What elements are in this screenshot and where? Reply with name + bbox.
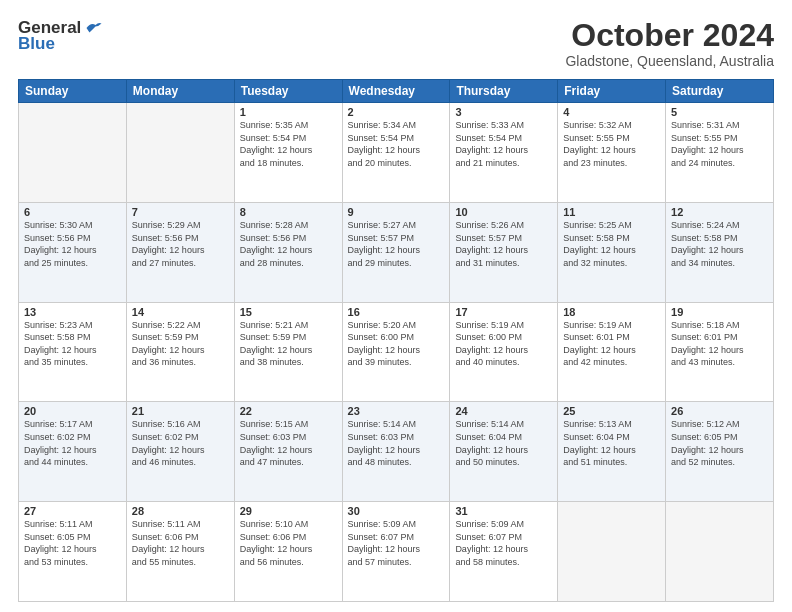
day-info: Sunrise: 5:23 AM Sunset: 5:58 PM Dayligh… — [24, 319, 121, 369]
day-number: 29 — [240, 505, 337, 517]
calendar-cell: 14Sunrise: 5:22 AM Sunset: 5:59 PM Dayli… — [126, 302, 234, 402]
calendar-cell: 1Sunrise: 5:35 AM Sunset: 5:54 PM Daylig… — [234, 103, 342, 203]
day-number: 31 — [455, 505, 552, 517]
calendar-cell: 21Sunrise: 5:16 AM Sunset: 6:02 PM Dayli… — [126, 402, 234, 502]
day-number: 24 — [455, 405, 552, 417]
weekday-header-saturday: Saturday — [666, 80, 774, 103]
calendar-table: SundayMondayTuesdayWednesdayThursdayFrid… — [18, 79, 774, 602]
day-info: Sunrise: 5:25 AM Sunset: 5:58 PM Dayligh… — [563, 219, 660, 269]
day-info: Sunrise: 5:14 AM Sunset: 6:04 PM Dayligh… — [455, 418, 552, 468]
day-info: Sunrise: 5:16 AM Sunset: 6:02 PM Dayligh… — [132, 418, 229, 468]
day-info: Sunrise: 5:15 AM Sunset: 6:03 PM Dayligh… — [240, 418, 337, 468]
day-info: Sunrise: 5:13 AM Sunset: 6:04 PM Dayligh… — [563, 418, 660, 468]
day-number: 4 — [563, 106, 660, 118]
calendar-cell: 11Sunrise: 5:25 AM Sunset: 5:58 PM Dayli… — [558, 202, 666, 302]
day-info: Sunrise: 5:21 AM Sunset: 5:59 PM Dayligh… — [240, 319, 337, 369]
day-number: 13 — [24, 306, 121, 318]
day-number: 10 — [455, 206, 552, 218]
title-section: October 2024 Gladstone, Queensland, Aust… — [565, 18, 774, 69]
day-number: 28 — [132, 505, 229, 517]
calendar-cell: 22Sunrise: 5:15 AM Sunset: 6:03 PM Dayli… — [234, 402, 342, 502]
logo-blue: Blue — [18, 34, 55, 53]
day-number: 9 — [348, 206, 445, 218]
day-number: 11 — [563, 206, 660, 218]
calendar-cell: 2Sunrise: 5:34 AM Sunset: 5:54 PM Daylig… — [342, 103, 450, 203]
weekday-header-thursday: Thursday — [450, 80, 558, 103]
day-info: Sunrise: 5:11 AM Sunset: 6:05 PM Dayligh… — [24, 518, 121, 568]
calendar-cell: 26Sunrise: 5:12 AM Sunset: 6:05 PM Dayli… — [666, 402, 774, 502]
calendar-cell: 27Sunrise: 5:11 AM Sunset: 6:05 PM Dayli… — [19, 502, 127, 602]
calendar-cell: 8Sunrise: 5:28 AM Sunset: 5:56 PM Daylig… — [234, 202, 342, 302]
day-number: 30 — [348, 505, 445, 517]
day-number: 22 — [240, 405, 337, 417]
day-info: Sunrise: 5:17 AM Sunset: 6:02 PM Dayligh… — [24, 418, 121, 468]
day-number: 15 — [240, 306, 337, 318]
logo-blue-text: Blue — [18, 34, 55, 54]
calendar-cell — [126, 103, 234, 203]
day-number: 2 — [348, 106, 445, 118]
day-info: Sunrise: 5:22 AM Sunset: 5:59 PM Dayligh… — [132, 319, 229, 369]
day-number: 16 — [348, 306, 445, 318]
day-info: Sunrise: 5:09 AM Sunset: 6:07 PM Dayligh… — [455, 518, 552, 568]
day-info: Sunrise: 5:35 AM Sunset: 5:54 PM Dayligh… — [240, 119, 337, 169]
calendar-cell: 6Sunrise: 5:30 AM Sunset: 5:56 PM Daylig… — [19, 202, 127, 302]
location-title: Gladstone, Queensland, Australia — [565, 53, 774, 69]
day-number: 20 — [24, 405, 121, 417]
day-info: Sunrise: 5:18 AM Sunset: 6:01 PM Dayligh… — [671, 319, 768, 369]
logo-bird-icon — [85, 19, 103, 37]
calendar-cell: 17Sunrise: 5:19 AM Sunset: 6:00 PM Dayli… — [450, 302, 558, 402]
day-info: Sunrise: 5:33 AM Sunset: 5:54 PM Dayligh… — [455, 119, 552, 169]
month-title: October 2024 — [565, 18, 774, 53]
logo: General Blue — [18, 18, 103, 54]
day-number: 18 — [563, 306, 660, 318]
day-number: 7 — [132, 206, 229, 218]
day-number: 6 — [24, 206, 121, 218]
header: General Blue October 2024 Gladstone, Que… — [18, 18, 774, 69]
day-number: 23 — [348, 405, 445, 417]
weekday-header-sunday: Sunday — [19, 80, 127, 103]
weekday-header-monday: Monday — [126, 80, 234, 103]
day-number: 8 — [240, 206, 337, 218]
calendar-cell — [666, 502, 774, 602]
calendar-cell: 4Sunrise: 5:32 AM Sunset: 5:55 PM Daylig… — [558, 103, 666, 203]
day-info: Sunrise: 5:27 AM Sunset: 5:57 PM Dayligh… — [348, 219, 445, 269]
calendar-cell: 3Sunrise: 5:33 AM Sunset: 5:54 PM Daylig… — [450, 103, 558, 203]
calendar-cell: 24Sunrise: 5:14 AM Sunset: 6:04 PM Dayli… — [450, 402, 558, 502]
calendar-cell — [558, 502, 666, 602]
day-info: Sunrise: 5:14 AM Sunset: 6:03 PM Dayligh… — [348, 418, 445, 468]
day-number: 26 — [671, 405, 768, 417]
day-number: 5 — [671, 106, 768, 118]
calendar-cell: 30Sunrise: 5:09 AM Sunset: 6:07 PM Dayli… — [342, 502, 450, 602]
calendar-cell: 25Sunrise: 5:13 AM Sunset: 6:04 PM Dayli… — [558, 402, 666, 502]
calendar-cell: 5Sunrise: 5:31 AM Sunset: 5:55 PM Daylig… — [666, 103, 774, 203]
calendar-cell: 28Sunrise: 5:11 AM Sunset: 6:06 PM Dayli… — [126, 502, 234, 602]
day-info: Sunrise: 5:29 AM Sunset: 5:56 PM Dayligh… — [132, 219, 229, 269]
calendar-cell: 18Sunrise: 5:19 AM Sunset: 6:01 PM Dayli… — [558, 302, 666, 402]
day-info: Sunrise: 5:30 AM Sunset: 5:56 PM Dayligh… — [24, 219, 121, 269]
day-number: 14 — [132, 306, 229, 318]
day-number: 17 — [455, 306, 552, 318]
day-number: 3 — [455, 106, 552, 118]
day-info: Sunrise: 5:10 AM Sunset: 6:06 PM Dayligh… — [240, 518, 337, 568]
day-info: Sunrise: 5:31 AM Sunset: 5:55 PM Dayligh… — [671, 119, 768, 169]
calendar-cell: 20Sunrise: 5:17 AM Sunset: 6:02 PM Dayli… — [19, 402, 127, 502]
calendar-cell: 7Sunrise: 5:29 AM Sunset: 5:56 PM Daylig… — [126, 202, 234, 302]
weekday-header-wednesday: Wednesday — [342, 80, 450, 103]
day-info: Sunrise: 5:32 AM Sunset: 5:55 PM Dayligh… — [563, 119, 660, 169]
page: General Blue October 2024 Gladstone, Que… — [0, 0, 792, 612]
calendar-cell: 29Sunrise: 5:10 AM Sunset: 6:06 PM Dayli… — [234, 502, 342, 602]
calendar-cell: 13Sunrise: 5:23 AM Sunset: 5:58 PM Dayli… — [19, 302, 127, 402]
weekday-header-tuesday: Tuesday — [234, 80, 342, 103]
calendar-cell: 16Sunrise: 5:20 AM Sunset: 6:00 PM Dayli… — [342, 302, 450, 402]
day-info: Sunrise: 5:20 AM Sunset: 6:00 PM Dayligh… — [348, 319, 445, 369]
calendar-cell: 12Sunrise: 5:24 AM Sunset: 5:58 PM Dayli… — [666, 202, 774, 302]
day-info: Sunrise: 5:11 AM Sunset: 6:06 PM Dayligh… — [132, 518, 229, 568]
day-info: Sunrise: 5:19 AM Sunset: 6:00 PM Dayligh… — [455, 319, 552, 369]
day-info: Sunrise: 5:24 AM Sunset: 5:58 PM Dayligh… — [671, 219, 768, 269]
day-info: Sunrise: 5:34 AM Sunset: 5:54 PM Dayligh… — [348, 119, 445, 169]
day-info: Sunrise: 5:28 AM Sunset: 5:56 PM Dayligh… — [240, 219, 337, 269]
day-info: Sunrise: 5:19 AM Sunset: 6:01 PM Dayligh… — [563, 319, 660, 369]
calendar-cell: 15Sunrise: 5:21 AM Sunset: 5:59 PM Dayli… — [234, 302, 342, 402]
calendar-cell: 9Sunrise: 5:27 AM Sunset: 5:57 PM Daylig… — [342, 202, 450, 302]
weekday-header-friday: Friday — [558, 80, 666, 103]
